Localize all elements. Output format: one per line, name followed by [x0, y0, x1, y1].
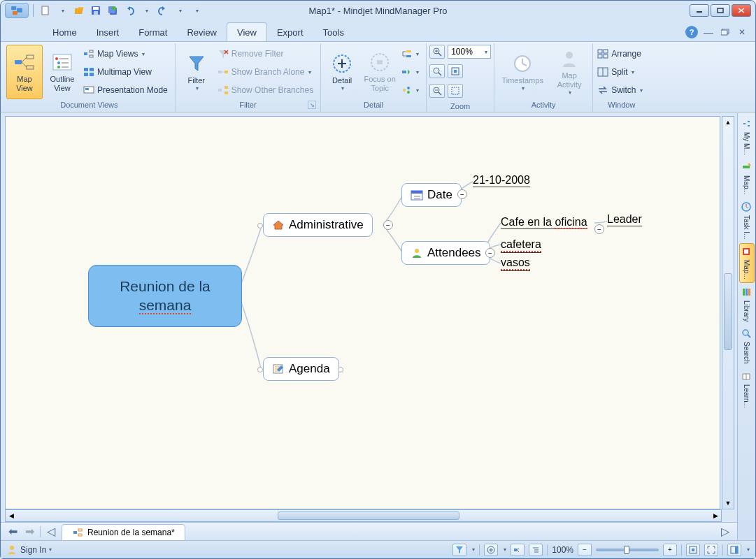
- close-button[interactable]: [732, 4, 751, 17]
- zoom-100-button[interactable]: [429, 64, 445, 78]
- sb-mapview-icon[interactable]: [511, 544, 525, 556]
- qat-new-icon[interactable]: [38, 3, 53, 18]
- maximize-button[interactable]: [711, 4, 730, 17]
- vscroll-thumb[interactable]: [724, 273, 732, 350]
- qat-undo-icon[interactable]: [122, 3, 137, 18]
- app-menu-button[interactable]: [5, 3, 29, 18]
- sb-outlineview-icon[interactable]: [529, 544, 543, 556]
- detail-opt3[interactable]: ▾: [399, 82, 423, 99]
- zoom-in-button[interactable]: [429, 45, 445, 59]
- qat-redo-dd[interactable]: ▾: [172, 3, 187, 18]
- horizontal-scrollbar[interactable]: ◀ ▶: [5, 509, 722, 522]
- detail-opt1[interactable]: ▾: [399, 45, 423, 62]
- qat-saveall-icon[interactable]: [105, 3, 120, 18]
- map-canvas[interactable]: Reunion de laReunion de la semanasemana …: [5, 116, 720, 509]
- zoom-selection-button[interactable]: [448, 84, 463, 98]
- filter-dialog-launcher[interactable]: ↘: [308, 101, 316, 109]
- document-tab-bar: ⬅ ➡ ◁ Reunion de la semana* ▷: [1, 522, 737, 540]
- vertical-scrollbar[interactable]: ▲ ▼: [722, 116, 734, 509]
- scroll-left-icon[interactable]: ◀: [6, 511, 17, 521]
- topic-agenda[interactable]: Agenda: [263, 357, 339, 381]
- detail-button[interactable]: Detail▾: [324, 45, 360, 99]
- sb-taskpane-icon[interactable]: [727, 544, 741, 556]
- scroll-up-icon[interactable]: ▲: [723, 117, 733, 128]
- remove-filter-button[interactable]: Remove Filter: [216, 45, 318, 62]
- qat-redo-icon[interactable]: [155, 3, 171, 18]
- multimap-view-button[interactable]: Multimap View: [82, 64, 172, 80]
- detail-opt2[interactable]: ▾: [399, 64, 423, 80]
- qat-dropdown-icon[interactable]: ▾: [55, 3, 70, 18]
- presentation-mode-button[interactable]: Presentation Mode: [82, 82, 172, 99]
- collapse-attendees[interactable]: −: [485, 248, 495, 258]
- timestamps-button[interactable]: Timestamps▾: [497, 45, 548, 99]
- filter-button[interactable]: Filter▾: [178, 45, 215, 99]
- doc-close-icon[interactable]: ✕: [736, 26, 748, 38]
- sb-fit-icon[interactable]: [686, 544, 700, 556]
- document-tab[interactable]: Reunion de la semana*: [62, 524, 185, 541]
- map-view-button[interactable]: Map View: [6, 45, 43, 99]
- sb-fullscreen-icon[interactable]: [704, 544, 718, 556]
- doc-restore-icon[interactable]: [719, 26, 732, 38]
- map-views-button[interactable]: Map Views▾: [82, 45, 172, 62]
- side-tab-mapmarkers[interactable]: Map...: [739, 243, 755, 283]
- topic-vasos[interactable]: vasos: [501, 256, 530, 271]
- topic-leader[interactable]: Leader: [607, 213, 642, 226]
- tab-view[interactable]: View: [227, 22, 267, 41]
- tab-format[interactable]: Format: [129, 23, 177, 41]
- topic-date-value[interactable]: 21-10-2008: [473, 174, 530, 187]
- zoom-fit-button[interactable]: [448, 64, 463, 78]
- split-button[interactable]: Split▾: [596, 64, 647, 80]
- tab-scroll-left[interactable]: ◁: [45, 525, 57, 538]
- collapse-admin[interactable]: −: [383, 220, 393, 230]
- tab-insert[interactable]: Insert: [87, 23, 129, 41]
- arrange-button[interactable]: Arrange: [596, 45, 647, 62]
- zoom-slider[interactable]: [596, 549, 659, 551]
- scroll-right-icon[interactable]: ▶: [710, 511, 721, 521]
- sb-filter-icon[interactable]: [452, 544, 466, 556]
- side-tab-taskinfo[interactable]: Task I...: [739, 199, 755, 242]
- show-other-branches-button[interactable]: Show Other Branches: [216, 82, 318, 99]
- topic-cafe[interactable]: Cafe en la oficina: [501, 216, 587, 229]
- topic-date[interactable]: Date: [401, 183, 462, 207]
- scroll-down-icon[interactable]: ▼: [723, 498, 733, 509]
- show-branch-alone-button[interactable]: Show Branch Alone▾: [216, 64, 318, 80]
- tab-export[interactable]: Export: [267, 23, 313, 41]
- side-tab-mapparts[interactable]: Map...: [739, 159, 755, 198]
- collapse-date[interactable]: −: [457, 189, 467, 199]
- side-tab-learning[interactable]: Learn...: [739, 368, 755, 411]
- sb-collapse-icon[interactable]: [484, 544, 498, 556]
- zoom-slider-knob[interactable]: [624, 546, 629, 554]
- qat-customize[interactable]: ▾: [189, 3, 204, 18]
- outline-view-button[interactable]: Outline View: [44, 45, 80, 99]
- focus-on-topic-button[interactable]: Focus on Topic: [362, 45, 398, 99]
- collapse-cafe[interactable]: −: [594, 224, 604, 234]
- ribbon-minimize-icon[interactable]: —: [702, 26, 715, 38]
- zoom-combo[interactable]: 100%▾: [448, 45, 491, 59]
- topic-cafetera[interactable]: cafetera: [501, 238, 541, 253]
- signin-link[interactable]: Sign In: [20, 545, 46, 555]
- qat-save-icon[interactable]: [88, 3, 104, 18]
- zoom-out-button[interactable]: [429, 84, 445, 98]
- hscroll-thumb[interactable]: [278, 511, 459, 520]
- tab-review[interactable]: Review: [177, 23, 227, 41]
- qat-open-icon[interactable]: [71, 3, 87, 18]
- nav-fwd[interactable]: ➡: [23, 525, 36, 538]
- qat-undo-dd[interactable]: ▾: [138, 3, 154, 18]
- minimize-button[interactable]: [690, 4, 709, 17]
- tab-tools[interactable]: Tools: [313, 23, 354, 41]
- map-activity-button[interactable]: Map Activity▾: [549, 45, 590, 99]
- sb-zoom-in[interactable]: +: [663, 544, 677, 556]
- tab-home[interactable]: Home: [43, 23, 87, 41]
- root-topic[interactable]: Reunion de laReunion de la semanasemana: [88, 265, 242, 327]
- help-button[interactable]: ?: [685, 26, 698, 38]
- tab-scroll-right[interactable]: ▷: [719, 525, 732, 538]
- side-tab-library[interactable]: Library: [739, 284, 755, 325]
- side-tab-mymaps[interactable]: My M...: [739, 116, 755, 158]
- topic-attendees[interactable]: Attendees: [401, 241, 490, 265]
- nav-back[interactable]: ⬅: [6, 525, 19, 538]
- sb-zoom-out[interactable]: −: [578, 544, 592, 556]
- side-tab-search[interactable]: Search: [739, 326, 755, 367]
- topic-administrative[interactable]: Administrative: [263, 213, 373, 237]
- switch-button[interactable]: Switch▾: [596, 82, 647, 99]
- map-view-icon: [13, 51, 36, 73]
